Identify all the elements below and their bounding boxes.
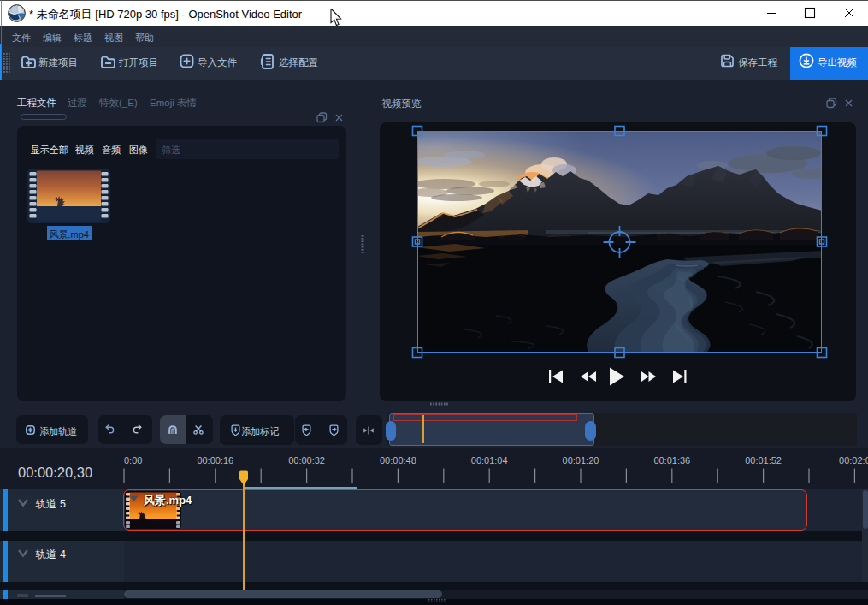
svg-text:00:00:48: 00:00:48 [380,455,416,466]
svg-text:00:01:20: 00:01:20 [563,455,599,466]
svg-text:00:00:32: 00:00:32 [288,455,325,466]
svg-text:00:01:52: 00:01:52 [745,455,782,466]
svg-text:00:02:0: 00:02:0 [839,455,868,466]
svg-text:0:00: 0:00 [124,455,142,466]
svg-text:00:01:04: 00:01:04 [471,455,508,466]
svg-text:00:01:36: 00:01:36 [653,455,690,466]
svg-text:00:00:16: 00:00:16 [197,455,233,466]
